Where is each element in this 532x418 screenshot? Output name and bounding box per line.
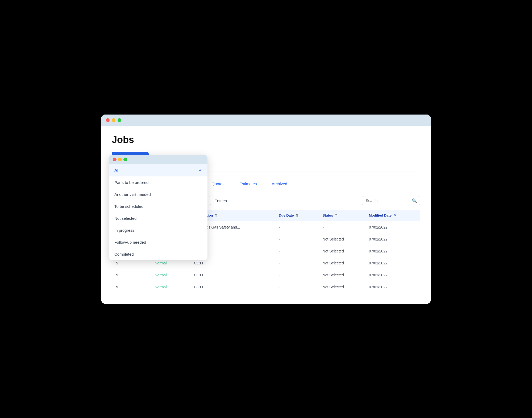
dropdown-tl-red <box>113 158 117 161</box>
cell-due-date: - <box>275 245 318 257</box>
cell-priority: Normal <box>150 269 190 281</box>
cell-status: Not Selected <box>318 281 365 293</box>
cell-due-date: - <box>275 221 318 233</box>
dropdown-item-label: Another visit needed <box>114 192 151 197</box>
dropdown-item[interactable]: All✓ <box>109 164 207 176</box>
dropdown-item-label: In progress <box>114 228 134 233</box>
browser-titlebar <box>101 115 431 126</box>
dropdown-item[interactable]: Not selected <box>109 212 207 224</box>
cell-modified-date: 07/01/2022 <box>365 233 420 245</box>
check-icon: ✓ <box>199 168 202 173</box>
dropdown-item-label: Not selected <box>114 216 136 221</box>
cell-due-date: - <box>275 269 318 281</box>
traffic-light-red[interactable] <box>106 118 110 122</box>
search-wrapper: 🔍 <box>362 196 420 205</box>
cell-status: Not Selected <box>318 245 365 257</box>
cell-modified-date: 07/01/2022 <box>365 221 420 233</box>
cell-priority: Normal <box>150 281 190 293</box>
cell-status: Not Selected <box>318 269 365 281</box>
dropdown-item[interactable]: In progress <box>109 224 207 236</box>
dropdown-tl-yellow <box>118 158 122 161</box>
search-icon: 🔍 <box>412 198 417 203</box>
cell-status: Not Selected <box>318 257 365 269</box>
cell-modified-date: 07/01/2022 <box>365 245 420 257</box>
dropdown-item[interactable]: Completed <box>109 248 207 260</box>
dropdown-item[interactable]: Follow-up needed <box>109 236 207 248</box>
cell-job-no: 5 <box>112 281 150 293</box>
search-input[interactable] <box>362 196 420 205</box>
table-row[interactable]: 5 Normal CD11 - Not Selected 07/01/2022 <box>112 281 420 293</box>
cell-due-date: - <box>275 233 318 245</box>
cell-modified-date: 07/01/2022 <box>365 257 420 269</box>
col-status[interactable]: Status ⇅ <box>318 210 365 221</box>
col-due-date[interactable]: Due Date ⇅ <box>275 210 318 221</box>
dropdown-item-label: Parts to be ordered <box>114 180 148 185</box>
cell-description: CD11 <box>190 281 275 293</box>
dropdown-item[interactable]: To be scheduled <box>109 200 207 212</box>
dropdown-titlebar <box>109 155 207 164</box>
cell-due-date: - <box>275 281 318 293</box>
traffic-light-green[interactable] <box>118 118 121 122</box>
browser-window: Jobs Add New Job Current 15 to 30 Days O… <box>101 115 431 304</box>
tab-estimates[interactable]: Estimates <box>232 179 264 189</box>
traffic-light-yellow[interactable] <box>112 118 115 122</box>
cell-job-no: 5 <box>112 269 150 281</box>
entries-label: Entries <box>214 199 227 203</box>
browser-content: Jobs Add New Job Current 15 to 30 Days O… <box>101 126 431 304</box>
tab-archived[interactable]: Archived <box>264 179 295 189</box>
cell-modified-date: 07/01/2022 <box>365 281 420 293</box>
tab-quotes[interactable]: Quotes <box>204 179 232 189</box>
dropdown-item-label: To be scheduled <box>114 204 143 209</box>
dropdown-item-label: All <box>114 168 119 172</box>
table-row[interactable]: 5 Normal CD11 - Not Selected 07/01/2022 <box>112 269 420 281</box>
cell-status: Not Selected <box>318 233 365 245</box>
dropdown-tl-green <box>123 158 127 161</box>
dropdown-item[interactable]: Another visit needed <box>109 188 207 200</box>
filter-dropdown: All✓Parts to be orderedAnother visit nee… <box>109 155 207 260</box>
dropdown-items-container: All✓Parts to be orderedAnother visit nee… <box>109 164 207 260</box>
dropdown-item-label: Follow-up needed <box>114 240 146 244</box>
cell-description: CD11 <box>190 269 275 281</box>
cell-modified-date: 07/01/2022 <box>365 269 420 281</box>
dropdown-item-label: Completed <box>114 252 134 256</box>
col-modified-date[interactable]: Modified Date ✕ <box>365 210 420 221</box>
page-title: Jobs <box>112 134 420 145</box>
cell-due-date: - <box>275 257 318 269</box>
cell-status: - <box>318 221 365 233</box>
dropdown-item[interactable]: Parts to be ordered <box>109 176 207 188</box>
